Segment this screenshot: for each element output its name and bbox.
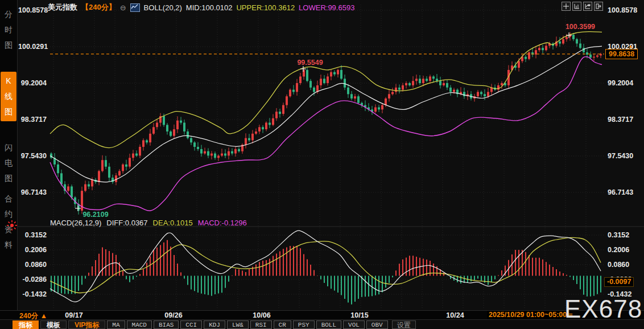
indicator-button-bias[interactable]: BIAS bbox=[154, 320, 179, 329]
macd-axis-label-left: -0.0286 bbox=[18, 275, 47, 283]
sidebar-tab-char: 时 bbox=[0, 22, 17, 38]
price-axis-label-right: 99.2004 bbox=[608, 79, 633, 87]
sidebar-tab-char: 资 bbox=[0, 222, 17, 237]
date-tick-label: 09/26 bbox=[164, 311, 182, 319]
price-up-arrow-icon: ▲ bbox=[628, 43, 633, 49]
svg-text:99.5549: 99.5549 bbox=[297, 59, 323, 67]
indicator-chart-icon[interactable] bbox=[130, 3, 140, 12]
price-axis-label-left: 100.8578 bbox=[18, 6, 47, 14]
price-axis-label-left: 100.0291 bbox=[18, 43, 47, 51]
indicator-button-cr[interactable]: CR bbox=[274, 320, 291, 329]
macd-axis-label-left: 0.0860 bbox=[18, 261, 47, 269]
indicator-toolbar: 指标模板VIP指标MAMACDBIASCCIKDJLW&RSICRPSYBOLL… bbox=[0, 319, 644, 329]
boll-upper-value: UPPER:100.3612 bbox=[236, 3, 295, 12]
boll-lower-value: LOWER:99.6593 bbox=[299, 3, 354, 12]
price-axis-label-right: 96.7143 bbox=[608, 188, 633, 196]
price-axis-label-left: 98.3717 bbox=[18, 116, 47, 124]
macd-macd-value: MACD:-0.1296 bbox=[198, 219, 247, 227]
date-tick-label: 09/17 bbox=[65, 311, 82, 319]
sidebar-tab-char: 闪 bbox=[0, 140, 17, 155]
boll-lower-line bbox=[50, 57, 602, 211]
price-annotation: 99.5549 bbox=[297, 59, 323, 72]
macd-axis-label-right: 0.0860 bbox=[608, 261, 629, 269]
price-axis-label-left: 99.2004 bbox=[18, 79, 47, 87]
sidebar-tab-char: 电 bbox=[0, 155, 17, 171]
macd-axis-label-left: -0.1432 bbox=[18, 290, 47, 298]
boll-params-label: BOLL(20,2) bbox=[144, 3, 182, 12]
indicator-button-lw[interactable]: LW& bbox=[227, 320, 249, 329]
collapse-icon[interactable]: ⊖ bbox=[120, 3, 126, 12]
indicator-button-boll[interactable]: BOLL bbox=[316, 320, 341, 329]
date-tick-label: 10/06 bbox=[253, 311, 270, 319]
sidebar-tab-char: 图 bbox=[0, 38, 17, 53]
indicator-button-macd[interactable]: MACD bbox=[127, 320, 152, 329]
indicator-button-cci[interactable]: CCI bbox=[180, 320, 202, 329]
boll-mid-value: MID:100.0102 bbox=[186, 3, 233, 12]
current-price-tag: 99.8638 bbox=[605, 49, 638, 59]
price-axis-label-right: 98.3717 bbox=[608, 116, 633, 124]
boll-upper-line bbox=[50, 32, 602, 148]
sidebar-tab-char: K bbox=[1, 73, 16, 89]
chart-canvas[interactable]: 99.5549100.359996.2109 bbox=[0, 0, 644, 310]
indicator-button-psy[interactable]: PSY bbox=[293, 320, 315, 329]
settings-button[interactable]: 设置 bbox=[392, 320, 416, 329]
price-axis-label-right: 97.5430 bbox=[608, 152, 633, 160]
date-tick-label: 10/15 bbox=[350, 311, 368, 319]
sidebar-tab-char: 约 bbox=[0, 207, 17, 222]
sidebar-tab-2[interactable]: K线图 bbox=[1, 72, 16, 121]
exit-fullscreen-icon[interactable] bbox=[594, 2, 603, 11]
price-axis-label-right: 100.8578 bbox=[608, 6, 637, 14]
price-axis-label-left: 96.7143 bbox=[18, 188, 47, 196]
symbol-title: 美元指数 bbox=[48, 2, 77, 13]
current-macd-tag: -0.0097 bbox=[604, 277, 634, 287]
indicator-button-rsi[interactable]: RSI bbox=[250, 320, 272, 329]
sidebar-tab-char: 图 bbox=[1, 104, 16, 120]
toolbar-tab[interactable]: 模板 bbox=[40, 320, 67, 329]
current-bar-time: 2025/10/29 01:00~05:00 bbox=[487, 311, 568, 319]
trading-terminal-window: 99.5549100.359996.2109 分时图K线图闪电图合约资料 美元指… bbox=[0, 0, 644, 329]
chart-type-sidebar: 分时图K线图闪电图合约资料 bbox=[0, 0, 18, 329]
sidebar-tab-1[interactable]: 分时图 bbox=[0, 7, 17, 53]
sidebar-tab-char: 料 bbox=[0, 237, 17, 253]
sidebar-tab-char: 分 bbox=[0, 7, 17, 22]
time-axis: 240分 ▲ 2025/10/29 01:00~05:00 ≡ 09/1709/… bbox=[0, 310, 644, 320]
toolbar-tab[interactable]: 指标 bbox=[13, 320, 39, 329]
macd-dea-value: DEA:0.1015 bbox=[153, 219, 193, 227]
macd-axis-label-left: 0.2006 bbox=[18, 246, 47, 254]
brand-watermark: EX678 bbox=[564, 295, 642, 323]
macd-axis-label-right: 0.2006 bbox=[608, 246, 629, 254]
macd-axis-label-right: 0.3152 bbox=[608, 231, 629, 239]
indicator-window-icon[interactable] bbox=[583, 2, 592, 11]
sidebar-tab-char: 线 bbox=[1, 89, 16, 104]
macd-diff-value: DIFF:0.0367 bbox=[106, 219, 147, 227]
sidebar-tab-3[interactable]: 闪电图 bbox=[0, 140, 17, 186]
toolbar-vip-indicators[interactable]: VIP指标 bbox=[68, 320, 105, 329]
macd-header: MACD(26,12,9) DIFF:0.0367 DEA:0.1015 MAC… bbox=[50, 219, 247, 227]
sidebar-tab-4[interactable]: 合约资料 bbox=[0, 191, 17, 253]
svg-text:96.2109: 96.2109 bbox=[82, 211, 108, 219]
indicator-button-kdj[interactable]: KDJ bbox=[204, 320, 225, 329]
date-tick-label: 10/24 bbox=[446, 311, 464, 319]
macd-params-label: MACD(26,12,9) bbox=[50, 219, 101, 227]
sidebar-tab-char: 图 bbox=[0, 171, 17, 186]
price-annotation: 96.2109 bbox=[75, 205, 109, 219]
period-label[interactable]: 【240分】 bbox=[81, 2, 116, 13]
move-crosshair-icon[interactable] bbox=[562, 2, 571, 11]
chart-header: 美元指数 【240分】 ⊖ BOLL(20,2) MID:100.0102 UP… bbox=[48, 3, 354, 12]
price-axis-label-left: 97.5430 bbox=[18, 152, 47, 160]
indicator-button-vol[interactable]: VOL bbox=[343, 320, 365, 329]
svg-text:100.3599: 100.3599 bbox=[565, 23, 595, 31]
sidebar-tab-char: 合 bbox=[0, 191, 17, 207]
macd-axis-label-left: 0.3152 bbox=[18, 231, 47, 239]
indicator-button-ma[interactable]: MA bbox=[107, 320, 125, 329]
axis-scale-icon[interactable] bbox=[572, 2, 581, 11]
indicator-button-obv[interactable]: OBV bbox=[366, 320, 388, 329]
chart-tools bbox=[562, 2, 603, 11]
